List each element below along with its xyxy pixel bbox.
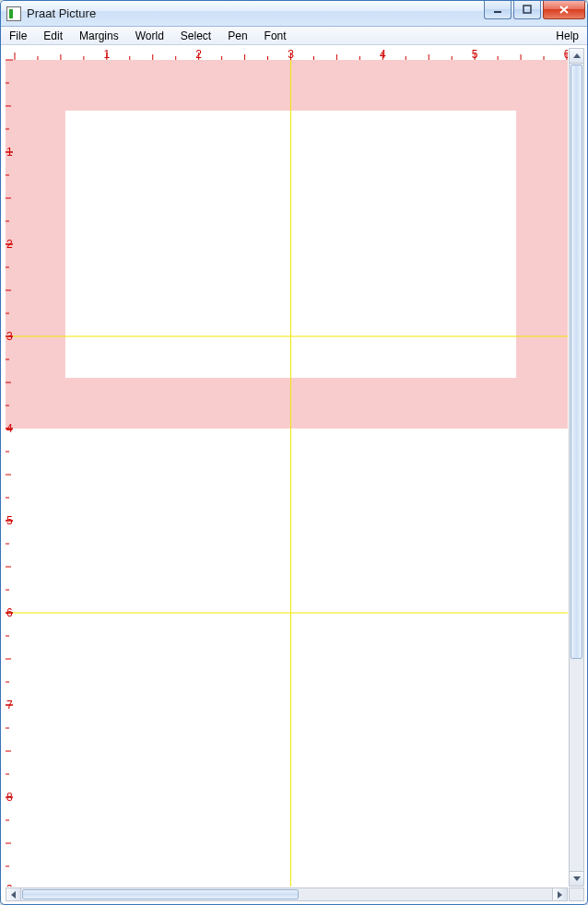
menu-help[interactable]: Help [547, 27, 587, 44]
title-bar[interactable]: Praat Picture [1, 1, 587, 27]
svg-text:2: 2 [195, 48, 202, 61]
menu-pen[interactable]: Pen [219, 27, 255, 44]
client-area: 123456123456789 [2, 46, 586, 903]
svg-text:1: 1 [103, 48, 110, 61]
svg-text:5: 5 [472, 48, 478, 61]
horizontal-scroll-thumb[interactable] [22, 889, 299, 899]
svg-rect-6 [6, 429, 568, 887]
menu-spacer [295, 27, 548, 44]
picture-svg: 123456123456789 [6, 48, 568, 887]
menu-edit[interactable]: Edit [35, 27, 71, 44]
scrollbar-corner [569, 887, 584, 901]
app-window: Praat Picture File Edit Margins World Se… [0, 0, 588, 905]
maximize-button[interactable] [513, 1, 541, 19]
minimize-button[interactable] [484, 1, 512, 19]
window-controls [484, 1, 585, 19]
app-icon [6, 6, 21, 21]
svg-rect-0 [494, 11, 501, 13]
menu-margins[interactable]: Margins [71, 27, 127, 44]
svg-text:9: 9 [6, 883, 13, 887]
chevron-down-icon [573, 876, 581, 881]
window-title: Praat Picture [27, 6, 96, 20]
maximize-icon [523, 5, 533, 15]
svg-text:6: 6 [564, 48, 568, 61]
chevron-left-icon [11, 891, 16, 899]
vertical-scrollbar[interactable] [569, 48, 584, 887]
chevron-up-icon [573, 53, 581, 58]
vertical-scroll-thumb[interactable] [570, 65, 582, 659]
menu-world[interactable]: World [127, 27, 172, 44]
svg-text:3: 3 [288, 48, 294, 61]
scroll-down-button[interactable] [570, 871, 583, 886]
close-button[interactable] [543, 1, 585, 19]
menu-select[interactable]: Select [172, 27, 219, 44]
scroll-right-button[interactable] [552, 888, 567, 900]
picture-canvas[interactable]: 123456123456789 [6, 48, 568, 887]
svg-rect-1 [523, 6, 531, 13]
svg-rect-7 [6, 48, 568, 60]
svg-text:4: 4 [380, 48, 386, 61]
menu-file[interactable]: File [1, 27, 35, 44]
menu-bar: File Edit Margins World Select Pen Font … [1, 27, 587, 45]
minimize-icon [493, 5, 503, 15]
scroll-left-button[interactable] [6, 888, 21, 900]
close-icon [559, 5, 570, 15]
menu-font[interactable]: Font [256, 27, 295, 44]
scroll-up-button[interactable] [570, 49, 583, 64]
horizontal-scrollbar[interactable] [6, 887, 568, 901]
chevron-right-icon [558, 891, 562, 899]
